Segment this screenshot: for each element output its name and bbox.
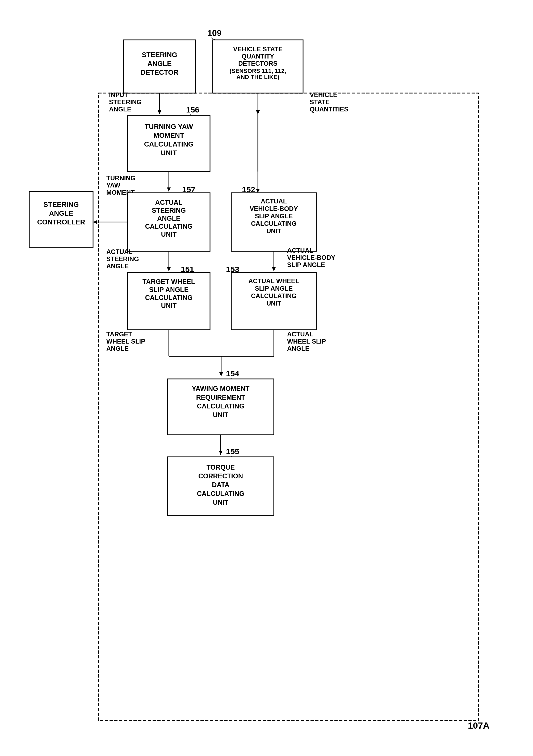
svg-marker-17 xyxy=(256,110,260,114)
svg-text:UNIT: UNIT xyxy=(266,227,281,234)
svg-text:157: 157 xyxy=(182,185,195,194)
svg-text:STEERING: STEERING xyxy=(43,201,79,208)
svg-marker-104 xyxy=(93,220,97,224)
svg-text:CALCULATING: CALCULATING xyxy=(144,140,194,148)
svg-text:CORRECTION: CORRECTION xyxy=(198,472,243,480)
svg-text:ACTUAL WHEEL: ACTUAL WHEEL xyxy=(248,277,299,284)
svg-text:VEHICLE: VEHICLE xyxy=(310,91,337,98)
svg-text:ANGLE: ANGLE xyxy=(106,262,129,270)
svg-text:DETECTOR: DETECTOR xyxy=(141,68,179,76)
svg-text:STEERING: STEERING xyxy=(106,255,139,262)
svg-text:STATE: STATE xyxy=(310,98,330,106)
svg-text:110: 110 xyxy=(80,189,93,198)
svg-rect-97 xyxy=(168,457,274,515)
svg-text:ANGLE: ANGLE xyxy=(109,106,131,113)
svg-text:WHEEL SLIP: WHEEL SLIP xyxy=(106,338,145,345)
svg-text:154: 154 xyxy=(226,369,239,378)
svg-text:CALCULATING: CALCULATING xyxy=(251,220,297,227)
svg-text:QUANTITIES: QUANTITIES xyxy=(310,106,348,113)
svg-text:DATA: DATA xyxy=(212,481,229,489)
svg-text:152: 152 xyxy=(242,185,255,194)
diagram-container: 107A 109 STEERING ANGLE DETECTOR VEHICLE… xyxy=(21,16,513,739)
svg-text:SLIP ANGLE: SLIP ANGLE xyxy=(149,286,189,293)
svg-marker-87 xyxy=(219,372,223,376)
svg-text:STEERING: STEERING xyxy=(109,98,142,106)
svg-text:UNIT: UNIT xyxy=(161,149,177,157)
svg-text:STEERING: STEERING xyxy=(152,207,186,214)
svg-text:TURNING: TURNING xyxy=(106,175,135,182)
svg-rect-89 xyxy=(168,379,274,435)
svg-text:ANGLE: ANGLE xyxy=(157,215,180,222)
svg-text:MOMENT: MOMENT xyxy=(153,131,184,139)
svg-text:153: 153 xyxy=(226,265,239,274)
svg-text:SLIP ANGLE: SLIP ANGLE xyxy=(255,285,293,292)
svg-marker-32 xyxy=(167,187,171,191)
svg-rect-49 xyxy=(231,193,316,251)
svg-text:REQUIREMENT: REQUIREMENT xyxy=(196,393,245,401)
svg-text:WHEEL SLIP: WHEEL SLIP xyxy=(287,338,326,345)
svg-text:109: 109 xyxy=(207,28,222,38)
svg-text:CALCULATING: CALCULATING xyxy=(197,490,245,497)
svg-text:AND THE LIKE): AND THE LIKE) xyxy=(236,74,279,80)
svg-text:TARGET: TARGET xyxy=(106,331,132,338)
svg-marker-95 xyxy=(219,451,223,455)
svg-text:VEHICLE-BODY: VEHICLE-BODY xyxy=(250,205,298,212)
svg-text:156: 156 xyxy=(186,105,200,114)
svg-rect-0 xyxy=(98,93,478,721)
svg-rect-4 xyxy=(123,40,195,93)
svg-text:VEHICLE-BODY: VEHICLE-BODY xyxy=(287,254,335,261)
svg-text:155: 155 xyxy=(226,447,239,456)
svg-text:YAW: YAW xyxy=(106,182,120,189)
svg-text:ACTUAL: ACTUAL xyxy=(287,331,313,338)
svg-text:UNIT: UNIT xyxy=(213,499,228,506)
svg-text:CONTROLLER: CONTROLLER xyxy=(37,218,85,226)
svg-text:ANGLE: ANGLE xyxy=(147,60,172,68)
svg-text:ANGLE: ANGLE xyxy=(287,345,309,352)
svg-text:TORQUE: TORQUE xyxy=(206,464,235,471)
svg-marker-106 xyxy=(256,189,260,193)
svg-marker-15 xyxy=(158,110,161,114)
svg-rect-8 xyxy=(213,40,303,93)
svg-text:STEERING: STEERING xyxy=(142,51,177,59)
svg-text:TURNING YAW: TURNING YAW xyxy=(145,122,193,131)
svg-text:(SENSORS 111, 112,: (SENSORS 111, 112, xyxy=(230,68,286,74)
svg-text:UNIT: UNIT xyxy=(161,302,176,309)
svg-text:ANGLE: ANGLE xyxy=(106,345,129,352)
svg-text:ANGLE: ANGLE xyxy=(49,209,73,217)
svg-text:CALCULATING: CALCULATING xyxy=(251,292,297,299)
svg-text:CALCULATING: CALCULATING xyxy=(145,223,193,230)
svg-rect-43 xyxy=(128,193,210,251)
svg-text:TARGET WHEEL: TARGET WHEEL xyxy=(143,278,195,285)
svg-text:151: 151 xyxy=(181,265,194,274)
svg-text:YAWING MOMENT: YAWING MOMENT xyxy=(192,385,249,392)
svg-rect-25 xyxy=(128,116,210,172)
svg-text:DETECTORS: DETECTORS xyxy=(238,60,278,67)
svg-text:UNIT: UNIT xyxy=(161,230,176,238)
svg-text:QUANTITY: QUANTITY xyxy=(242,53,274,60)
svg-marker-56 xyxy=(167,267,171,271)
svg-text:INPUT: INPUT xyxy=(109,91,128,98)
svg-rect-38 xyxy=(29,191,93,247)
svg-text:MOMENT: MOMENT xyxy=(106,189,135,196)
svg-text:SLIP ANGLE: SLIP ANGLE xyxy=(287,261,325,268)
svg-marker-62 xyxy=(272,267,276,271)
svg-text:107A: 107A xyxy=(468,720,490,730)
svg-text:ACTUAL: ACTUAL xyxy=(106,248,133,255)
svg-text:ACTUAL: ACTUAL xyxy=(155,199,183,206)
svg-rect-72 xyxy=(231,273,316,330)
svg-text:CALCULATING: CALCULATING xyxy=(145,294,193,301)
svg-text:VEHICLE STATE: VEHICLE STATE xyxy=(233,45,282,53)
svg-text:UNIT: UNIT xyxy=(266,300,281,307)
svg-text:CALCULATING: CALCULATING xyxy=(197,402,245,410)
svg-text:SLIP ANGLE: SLIP ANGLE xyxy=(255,212,293,220)
svg-text:ACTUAL: ACTUAL xyxy=(287,247,313,254)
svg-text:ACTUAL: ACTUAL xyxy=(261,198,287,205)
svg-text:UNIT: UNIT xyxy=(213,411,228,418)
svg-rect-67 xyxy=(128,273,210,330)
